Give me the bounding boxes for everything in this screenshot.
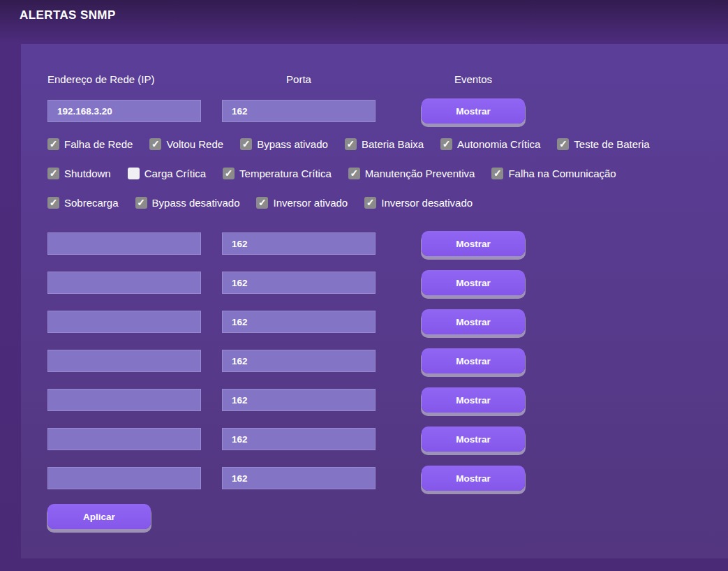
show-events-button[interactable]: Mostrar xyxy=(422,270,525,295)
event-checkbox-label: Voltou Rede xyxy=(166,138,223,150)
checkmark-icon: ✓ xyxy=(350,168,358,179)
checkbox-item-shutdown[interactable]: ✓ Shutdown xyxy=(47,168,111,179)
events-row-1: ✓ Falha de Rede ✓ Voltou Rede ✓ Bypass a… xyxy=(47,138,728,150)
checkbox-item-autonomia-critica[interactable]: ✓ Autonomia Crítica xyxy=(440,138,540,150)
checkbox-item-temperatura-critica[interactable]: ✓ Temperatura Crítica xyxy=(223,168,332,179)
checkmark-icon: ✓ xyxy=(493,168,502,179)
snmp-target-row: Mostrar xyxy=(47,467,728,489)
events-column-header: Eventos xyxy=(422,73,525,85)
events-checkbox-group: ✓ Falha de Rede ✓ Voltou Rede ✓ Bypass a… xyxy=(47,138,728,209)
checkmark-icon: ✓ xyxy=(443,138,451,150)
snmp-target-row: Mostrar xyxy=(47,350,728,372)
event-checkbox-label: Inversor desativado xyxy=(381,197,473,209)
checkbox-item-carga-critica[interactable]: ✓ Carga Crítica xyxy=(128,168,206,179)
ip-column-header: Endereço de Rede (IP) xyxy=(47,73,201,85)
checkmark-icon: ✓ xyxy=(258,197,267,209)
column-headers: Endereço de Rede (IP) Porta Eventos xyxy=(47,73,728,85)
checkbox-item-falha-na-comunicacao[interactable]: ✓ Falha na Comunicação xyxy=(491,168,616,179)
checkmark-icon: ✓ xyxy=(151,138,160,150)
checkmark-icon: ✓ xyxy=(225,168,233,179)
ip-input[interactable] xyxy=(47,350,201,372)
checkmark-icon: ✓ xyxy=(242,138,251,150)
show-events-button[interactable]: Mostrar xyxy=(422,466,525,491)
event-checkbox-label: Falha na Comunicação xyxy=(508,168,616,179)
checkmark-icon: ✓ xyxy=(50,138,58,150)
ip-input[interactable] xyxy=(47,389,201,411)
checkmark-icon: ✓ xyxy=(137,197,145,209)
checkbox-item-voltou-rede[interactable]: ✓ Voltou Rede xyxy=(149,138,223,150)
snmp-alerts-panel: Endereço de Rede (IP) Porta Eventos Most… xyxy=(21,44,728,558)
apply-row: Aplicar xyxy=(47,504,728,529)
checkbox-teste-de-bateria[interactable]: ✓ xyxy=(557,138,569,150)
checkbox-item-teste-de-bateria[interactable]: ✓ Teste de Bateria xyxy=(557,138,649,150)
checkmark-icon: ✓ xyxy=(366,197,375,209)
ip-input[interactable] xyxy=(47,100,201,122)
checkbox-inversor-desativado[interactable]: ✓ xyxy=(364,197,376,209)
checkbox-item-bypass-desativado[interactable]: ✓ Bypass desativado xyxy=(135,197,240,209)
checkbox-item-falha-de-rede[interactable]: ✓ Falha de Rede xyxy=(47,138,133,150)
checkbox-temperatura-critica[interactable]: ✓ xyxy=(223,168,235,179)
checkbox-item-bateria-baixa[interactable]: ✓ Bateria Baixa xyxy=(345,138,424,150)
event-checkbox-label: Temperatura Crítica xyxy=(239,168,332,179)
checkbox-carga-critica[interactable]: ✓ xyxy=(128,168,140,179)
checkbox-falha-de-rede[interactable]: ✓ xyxy=(47,138,59,150)
ip-input[interactable] xyxy=(47,428,201,450)
page-title: ALERTAS SNMP xyxy=(20,8,116,22)
ip-input[interactable] xyxy=(47,232,201,255)
checkbox-item-inversor-ativado[interactable]: ✓ Inversor ativado xyxy=(256,197,348,209)
ip-input[interactable] xyxy=(47,311,201,333)
checkbox-falha-na-comunicacao[interactable]: ✓ xyxy=(491,168,503,179)
event-checkbox-label: Inversor ativado xyxy=(273,197,348,209)
event-checkbox-label: Shutdown xyxy=(64,168,111,179)
apply-button[interactable]: Aplicar xyxy=(47,504,151,529)
checkbox-item-inversor-desativado[interactable]: ✓ Inversor desativado xyxy=(364,197,473,209)
event-checkbox-label: Bypass desativado xyxy=(152,197,240,209)
event-checkbox-label: Carga Crítica xyxy=(144,168,206,179)
event-checkbox-label: Autonomia Crítica xyxy=(457,138,540,150)
show-events-button[interactable]: Mostrar xyxy=(422,309,525,334)
checkbox-item-manutencao-preventiva[interactable]: ✓ Manutenção Preventiva xyxy=(348,168,475,179)
snmp-target-row: Mostrar xyxy=(47,389,728,411)
event-checkbox-label: Manutenção Preventiva xyxy=(365,168,475,179)
port-input[interactable] xyxy=(222,428,376,450)
event-checkbox-label: Sobrecarga xyxy=(64,197,119,209)
port-input[interactable] xyxy=(222,389,376,411)
snmp-target-row: Mostrar xyxy=(47,232,728,255)
checkbox-voltou-rede[interactable]: ✓ xyxy=(149,138,161,150)
event-checkbox-label: Bypass ativado xyxy=(257,138,328,150)
port-input[interactable] xyxy=(222,311,376,333)
checkbox-inversor-ativado[interactable]: ✓ xyxy=(256,197,268,209)
checkbox-bypass-ativado[interactable]: ✓ xyxy=(240,138,252,150)
port-input[interactable] xyxy=(222,100,376,122)
show-events-button[interactable]: Mostrar xyxy=(422,98,525,124)
port-input[interactable] xyxy=(222,272,376,294)
checkbox-manutencao-preventiva[interactable]: ✓ xyxy=(348,168,360,179)
ip-input[interactable] xyxy=(47,272,201,294)
checkmark-icon: ✓ xyxy=(559,138,567,150)
port-column-header: Porta xyxy=(222,73,376,85)
ip-input[interactable] xyxy=(47,467,201,489)
checkbox-item-bypass-ativado[interactable]: ✓ Bypass ativado xyxy=(240,138,328,150)
event-checkbox-label: Bateria Baixa xyxy=(362,138,424,150)
checkbox-bateria-baixa[interactable]: ✓ xyxy=(345,138,357,150)
checkbox-bypass-desativado[interactable]: ✓ xyxy=(135,197,147,209)
port-input[interactable] xyxy=(222,350,376,372)
port-input[interactable] xyxy=(222,467,376,489)
events-row-2: ✓ Shutdown ✓ Carga Crítica ✓ Temperatura… xyxy=(47,167,728,179)
port-input[interactable] xyxy=(222,232,376,255)
snmp-target-row: Mostrar xyxy=(47,428,728,450)
checkbox-shutdown[interactable]: ✓ xyxy=(47,168,59,179)
event-checkbox-label: Teste de Bateria xyxy=(574,138,649,150)
show-events-button[interactable]: Mostrar xyxy=(422,348,525,373)
show-events-button[interactable]: Mostrar xyxy=(422,231,525,256)
checkbox-autonomia-critica[interactable]: ✓ xyxy=(440,138,452,150)
show-events-button[interactable]: Mostrar xyxy=(422,427,525,452)
events-row-3: ✓ Sobrecarga ✓ Bypass desativado ✓ Inver… xyxy=(47,196,728,209)
checkbox-sobrecarga[interactable]: ✓ xyxy=(47,197,59,209)
snmp-target-row: Mostrar xyxy=(47,272,728,294)
show-events-button[interactable]: Mostrar xyxy=(422,387,525,413)
snmp-target-row: Mostrar xyxy=(47,311,728,333)
checkbox-item-sobrecarga[interactable]: ✓ Sobrecarga xyxy=(47,197,119,209)
snmp-target-row: Mostrar xyxy=(47,100,728,122)
checkmark-icon: ✓ xyxy=(50,197,58,209)
